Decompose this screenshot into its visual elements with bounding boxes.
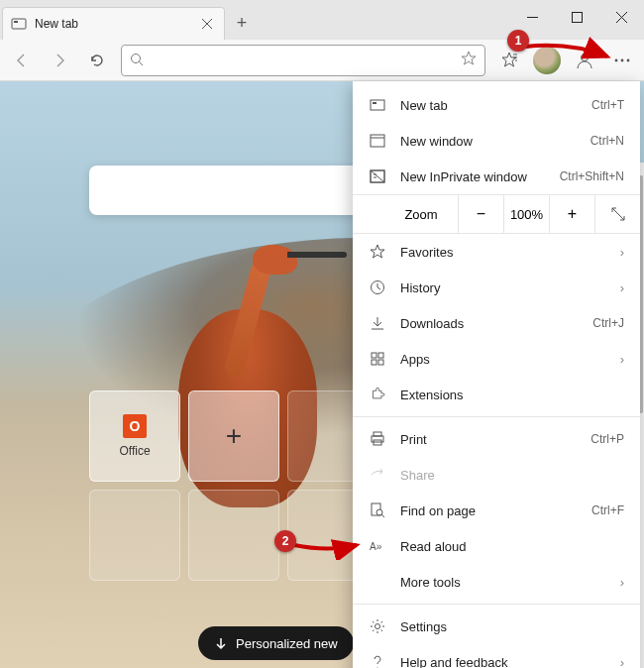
menu-apps[interactable]: Apps › [353,341,640,377]
down-arrow-icon [214,636,228,650]
menu-shortcut: Ctrl+T [591,98,624,112]
fullscreen-button[interactable] [594,194,640,234]
chevron-right-icon: › [620,655,624,669]
tile-empty[interactable] [89,490,180,581]
address-bar[interactable] [121,45,485,76]
menu-print[interactable]: Print Ctrl+P [353,421,640,457]
apps-icon [369,350,386,368]
gear-icon [369,617,386,635]
readaloud-icon: A» [369,537,386,555]
menu-help[interactable]: Help and feedback › [353,644,640,668]
tile-empty[interactable] [188,490,279,581]
menu-separator [353,416,640,417]
refresh-button[interactable] [79,43,115,78]
window-icon [369,132,386,150]
settings-menu: New tab Ctrl+T New window Ctrl+N New InP… [353,81,640,668]
search-icon [130,53,146,68]
menu-label: New window [400,134,577,149]
history-icon [369,278,386,296]
zoom-label: Zoom [353,207,458,222]
menu-history[interactable]: History › [353,270,640,305]
menu-settings[interactable]: Settings [353,609,640,644]
minimize-button[interactable] [510,0,555,34]
tile-add[interactable]: + [188,390,279,482]
new-tab-icon [369,96,386,114]
annotation-arrow-1 [520,37,619,66]
menu-new-window[interactable]: New window Ctrl+N [353,123,640,159]
puzzle-icon [369,386,386,403]
chevron-right-icon: › [620,575,624,590]
tile-office[interactable]: O Office [89,390,180,482]
menu-label: History [400,280,606,295]
svg-rect-28 [374,432,381,436]
tab-title: New tab [35,17,190,31]
svg-rect-19 [371,135,384,147]
svg-rect-17 [371,100,384,110]
svg-rect-27 [378,360,383,365]
svg-rect-1 [573,12,583,22]
svg-rect-24 [372,353,376,358]
personalized-chip[interactable]: Personalized new [198,626,354,660]
chevron-right-icon: › [620,352,624,367]
svg-rect-5 [14,21,18,23]
blank-icon [369,573,386,591]
svg-line-9 [140,61,144,65]
menu-label: New InPrivate window [400,169,546,184]
menu-favorites[interactable]: Favorites › [353,234,640,270]
zoom-in-button[interactable]: + [549,194,594,234]
share-icon [369,466,386,484]
svg-point-15 [621,58,624,61]
chevron-right-icon: › [620,280,624,295]
zoom-out-button[interactable]: − [458,194,503,234]
svg-point-8 [132,54,141,62]
menu-label: Read aloud [400,539,624,554]
window-controls [510,0,644,34]
menu-shortcut: Ctrl+N [590,134,624,148]
svg-rect-25 [378,353,383,358]
background-image [287,252,347,258]
tab-close-button[interactable] [198,15,216,33]
menu-shortcut: Ctrl+J [592,316,624,330]
background-image [253,245,297,275]
menu-share: Share [353,457,640,493]
svg-rect-4 [12,19,26,29]
menu-extensions[interactable]: Extensions [353,377,640,412]
menu-label: Help and feedback [400,655,606,669]
svg-rect-26 [372,360,376,365]
plus-icon: + [226,420,242,452]
menu-label: Share [400,468,624,483]
menu-label: Downloads [400,316,579,331]
menu-inprivate[interactable]: New InPrivate window Ctrl+Shift+N [353,159,640,194]
tile-label: Office [119,444,150,458]
menu-shortcut: Ctrl+P [590,432,624,446]
tab-favicon [11,16,27,32]
new-tab-button[interactable]: + [225,7,259,40]
menu-read-aloud[interactable]: A» Read aloud [353,528,640,564]
menu-separator [353,604,640,605]
address-input[interactable] [154,53,461,67]
menu-find[interactable]: Find on page Ctrl+F [353,493,640,528]
menu-label: Apps [400,352,606,367]
chip-label: Personalized new [236,636,338,651]
annotation-arrow-2 [289,530,369,560]
menu-downloads[interactable]: Downloads Ctrl+J [353,305,640,341]
menu-more-tools[interactable]: More tools › [353,564,640,600]
svg-rect-18 [373,102,376,104]
office-icon: O [123,414,147,438]
menu-label: Extensions [400,388,624,402]
annotation-badge-2: 2 [274,530,296,552]
menu-label: New tab [400,98,578,113]
svg-point-35 [376,624,380,629]
back-button[interactable] [4,43,40,78]
close-window-button[interactable] [599,0,644,34]
svg-point-16 [627,58,630,61]
menu-label: Print [400,432,577,447]
favorite-star-icon[interactable] [461,51,477,70]
print-icon [369,430,386,448]
menu-label: More tools [400,575,606,590]
maximize-button[interactable] [555,0,599,34]
forward-button[interactable] [42,43,77,78]
browser-tab[interactable]: New tab [2,7,225,40]
menu-new-tab[interactable]: New tab Ctrl+T [353,87,640,123]
svg-text:A»: A» [370,541,382,552]
